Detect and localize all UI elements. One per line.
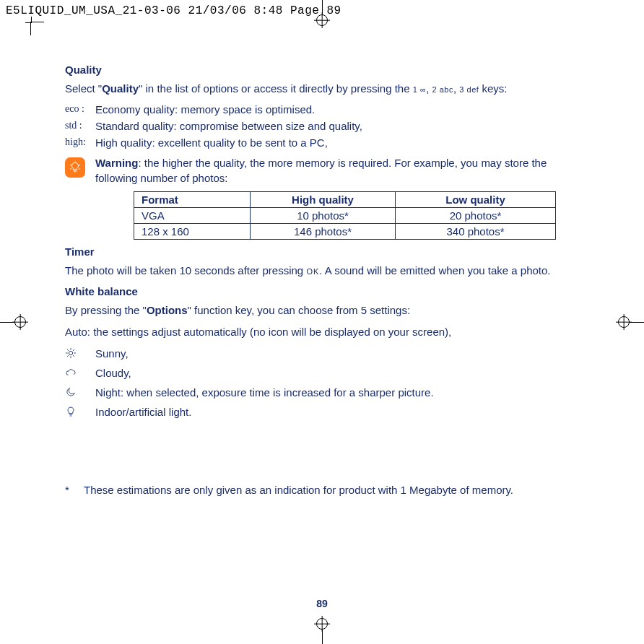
footnote-marker: * [65,483,84,497]
quality-def-text: Economy quality: memory space is optimis… [95,103,585,116]
lightbulb-icon [65,157,85,178]
registration-mark-left [0,316,26,328]
table-header: Format [134,191,251,207]
wb-item: Indoor/artificial light. [65,406,585,418]
text: Select " [65,82,102,95]
table-cell: 128 x 160 [134,223,251,239]
std-icon: std : [65,120,95,131]
table-row: 128 x 160 146 photos* 340 photos* [134,223,556,239]
table-header-row: Format High quality Low quality [134,191,556,207]
svg-line-8 [73,349,74,350]
text: : the higher the quality, the more memor… [95,157,547,183]
key-1-icon: 1 ∞ [413,85,427,94]
registration-mark-right [618,316,644,328]
quality-def-row: std : Standard quality: compromise betwe… [65,120,585,132]
timer-heading: Timer [65,245,585,258]
wb-item-text: Night: when selected, exposure time is i… [95,386,434,399]
quality-heading: Quality [65,64,585,76]
warning-block: Warning: the higher the quality, the mor… [65,156,585,186]
sun-icon [65,347,95,359]
table-cell: 10 photos* [251,207,396,223]
quality-def-row: eco : Economy quality: memory space is o… [65,103,585,116]
wb-item-text: Cloudy, [95,367,131,379]
quality-intro: Select "Quality" in the list of options … [65,82,585,96]
bulb-icon [65,406,95,417]
white-balance-intro: By pressing the "Options" function key, … [65,303,585,318]
white-balance-list: Sunny, Cloudy, Night: when selected, exp… [65,347,585,418]
crop-mark-top-left [30,22,44,35]
eco-icon: eco : [65,103,95,115]
quality-definitions: eco : Economy quality: memory space is o… [65,103,585,149]
wb-item: Night: when selected, exposure time is i… [65,386,585,399]
timer-text: The photo will be taken 10 seconds after… [65,264,585,278]
text-bold: Warning [95,157,138,169]
wb-item: Sunny, [65,347,585,360]
text: By pressing the " [65,304,147,316]
warning-text: Warning: the higher the quality, the mor… [95,156,585,186]
text: keys: [479,82,507,95]
quality-table: Format High quality Low quality VGA 10 p… [134,191,556,240]
table-cell: 146 photos* [251,223,396,239]
white-balance-heading: White balance [65,285,585,297]
registration-mark-bottom [316,618,328,644]
text: " in the list of options or access it di… [139,82,413,95]
table-header: Low quality [396,191,556,207]
page-number: 89 [316,598,328,609]
text: The photo will be taken 10 seconds after… [65,264,306,277]
svg-point-0 [69,351,72,354]
ok-key-icon: OK [306,267,319,276]
white-balance-auto: Auto: the settings adjust automatically … [65,325,585,339]
svg-line-5 [67,349,68,350]
text: . A sound will be emitted when you take … [319,264,550,277]
registration-mark-top [316,0,328,26]
svg-line-7 [67,355,68,356]
cloud-icon [65,367,95,378]
footnote-text: These estimations are only given as an i… [84,484,513,496]
quality-def-text: Standard quality: compromise between siz… [95,120,585,132]
wb-item: Cloudy, [65,367,585,379]
text-bold: Quality [102,82,139,95]
quality-def-row: high: High quality: excellent quality to… [65,136,585,149]
footnote: *These estimations are only given as an … [65,483,585,497]
table-cell: 20 photos* [396,207,556,223]
svg-line-6 [73,355,74,356]
table-header: High quality [251,191,396,207]
quality-def-text: High quality: excellent quality to be se… [95,136,585,149]
text: " function key, you can choose from 5 se… [188,304,411,316]
table-row: VGA 10 photos* 20 photos* [134,207,556,223]
wb-item-text: Indoor/artificial light. [95,406,191,418]
key-3-icon: 3 def [459,85,479,94]
wb-item-text: Sunny, [95,347,129,360]
moon-icon [65,386,95,398]
text-bold: Options [147,304,188,316]
page-content: Quality Select "Quality" in the list of … [65,59,585,505]
table-cell: VGA [134,207,251,223]
high-icon: high: [65,136,95,148]
table-cell: 340 photos* [396,223,556,239]
key-2-icon: 2 abc [432,85,453,94]
